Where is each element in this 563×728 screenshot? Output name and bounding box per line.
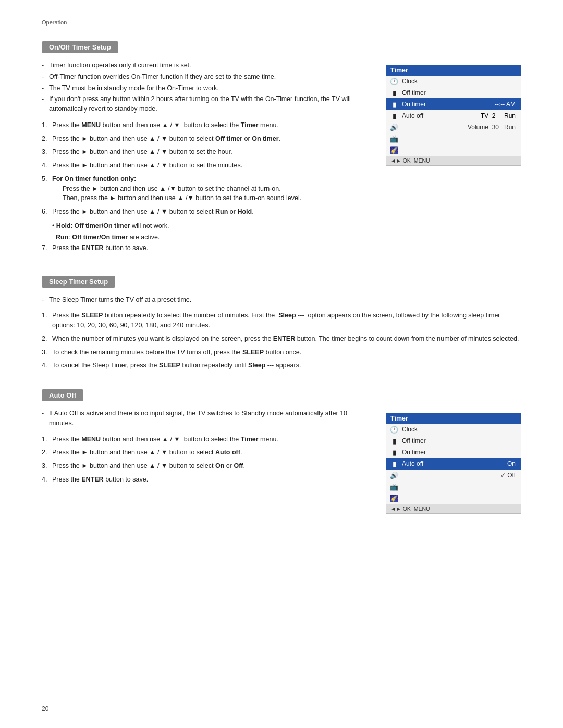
tv-icon: 📺	[389, 134, 399, 143]
auto-off-menu: Timer 🕐 Clock ▮ Off timer ▮ On timer ▮	[386, 409, 521, 514]
page: Operation On/Off Timer Setup Timer funct…	[0, 0, 563, 728]
auto-off-text: If Auto Off is active and there is no in…	[42, 409, 370, 488]
off-timer-icon: ▮	[389, 436, 399, 446]
sleep-timer-steps: 1. Press the SLEEP button repeatedly to …	[42, 311, 521, 371]
clock-icon: 🕐	[389, 425, 399, 434]
list-item: If you don't press any button within 2 h…	[42, 94, 370, 114]
menu-header: Timer	[386, 65, 521, 76]
auto-off-step-2: 2. Press the ► button and then use ▲ / ▼…	[42, 448, 370, 458]
sleep-step-1: 1. Press the SLEEP button repeatedly to …	[42, 311, 521, 330]
list-item: Off-Timer function overrides On-Timer fu…	[42, 72, 370, 82]
tv-icon: 📺	[389, 482, 399, 491]
on-timer-icon: ▮	[389, 448, 399, 457]
auto-off-menu-clock: 🕐 Clock	[386, 424, 521, 435]
bottom-divider	[42, 533, 521, 533]
clock-icon: 🕐	[389, 77, 399, 86]
auto-off-bullets: If Auto Off is active and there is no in…	[42, 409, 370, 428]
step-4: 4. Press the ► button and then use ▲ / ▼…	[42, 161, 370, 170]
breadcrumb: Operation	[42, 19, 521, 26]
auto-off-title: Auto Off	[42, 389, 83, 401]
menu-row-tv: 📺	[386, 133, 521, 144]
on-timer-icon: ▮	[389, 100, 399, 109]
auto-off-menu-picture: 🌠	[386, 492, 521, 504]
picture-icon: 🌠	[389, 493, 399, 503]
on-off-timer-steps: 1. Press the MENU button and then use ▲ …	[42, 120, 370, 253]
volume-icon: 🔊	[389, 122, 399, 132]
sleep-step-3: 3. To check the remaining minutes before…	[42, 348, 521, 357]
auto-off-menu-on-timer: ▮ On timer	[386, 447, 521, 458]
on-off-timer-bullets: Timer function operates only if current …	[42, 60, 370, 114]
auto-off-menu-auto-off: ▮ Auto off On	[386, 458, 521, 470]
auto-off-menu-box: Timer 🕐 Clock ▮ Off timer ▮ On timer ▮	[386, 413, 521, 514]
auto-off-icon: ▮	[389, 459, 399, 468]
auto-off-icon: ▮	[389, 111, 399, 120]
menu-row-picture: 🌠	[386, 144, 521, 156]
menu-row-volume: 🔊 Volume 30 Run	[386, 121, 521, 133]
sleep-step-2: 2. When the number of minutes you want i…	[42, 334, 521, 344]
menu-row-clock: 🕐 Clock	[386, 76, 521, 87]
sound-icon: 🔊	[389, 471, 399, 480]
top-divider	[42, 16, 521, 16]
on-off-timer-menu: Timer 🕐 Clock ▮ Off timer ▮ On timer --:…	[386, 60, 521, 166]
picture-icon: 🌠	[389, 145, 399, 155]
sleep-timer-section: Sleep Timer Setup The Sleep Timer turns …	[42, 276, 521, 371]
on-off-timer-title: On/Off Timer Setup	[42, 41, 118, 53]
list-item: Timer function operates only if current …	[42, 60, 370, 70]
menu-row-auto-off: ▮ Auto off TV 2 Run	[386, 110, 521, 121]
sleep-step-4: 4. To cancel the Sleep Timer, press the …	[42, 361, 521, 371]
auto-off-section: Auto Off If Auto Off is active and there…	[42, 389, 521, 514]
auto-off-menu-footer: ◄► OK MENU	[386, 504, 521, 513]
step-6: 6. Press the ► button and then use ▲ / ▼…	[42, 207, 370, 217]
step-5: 5. For On timer function only: Press the…	[42, 174, 370, 203]
auto-off-steps: 1. Press the MENU button and then use ▲ …	[42, 435, 370, 485]
menu-row-off-timer: ▮ Off timer	[386, 87, 521, 98]
on-off-timer-menu-box: Timer 🕐 Clock ▮ Off timer ▮ On timer --:…	[386, 65, 521, 166]
auto-off-step-3: 3. Press the ► button and then use ▲ / ▼…	[42, 461, 370, 471]
sleep-timer-title: Sleep Timer Setup	[42, 276, 115, 288]
menu-footer: ◄► OK MENU	[386, 156, 521, 165]
hold-run-note: • Hold: Off timer/On timer will not work…	[52, 220, 370, 242]
auto-off-menu-off-option: 🔊 ✓ Off	[386, 470, 521, 481]
auto-off-menu-tv: 📺	[386, 481, 521, 492]
step-3: 3. Press the ► button and then use ▲ / ▼…	[42, 147, 370, 157]
auto-off-content: If Auto Off is active and there is no in…	[42, 409, 521, 514]
step-2: 2. Press the ► button and then use ▲ / ▼…	[42, 134, 370, 144]
on-off-timer-section: On/Off Timer Setup Timer function operat…	[42, 41, 521, 257]
auto-off-step-1: 1. Press the MENU button and then use ▲ …	[42, 435, 370, 445]
sleep-timer-bullets: The Sleep Timer turns the TV off at a pr…	[42, 295, 521, 305]
list-item: If Auto Off is active and there is no in…	[42, 409, 370, 428]
page-number: 20	[42, 705, 48, 712]
auto-off-menu-off-timer: ▮ Off timer	[386, 435, 521, 447]
auto-off-menu-header: Timer	[386, 413, 521, 424]
auto-off-step-4: 4. Press the ENTER button to save.	[42, 475, 370, 485]
step-7: 7. Press the ENTER button to save.	[42, 243, 370, 253]
list-item: The Sleep Timer turns the TV off at a pr…	[42, 295, 521, 305]
on-off-timer-content: Timer function operates only if current …	[42, 60, 521, 257]
on-off-timer-text: Timer function operates only if current …	[42, 60, 370, 257]
step-1: 1. Press the MENU button and then use ▲ …	[42, 120, 370, 130]
menu-row-on-timer: ▮ On timer --:-- AM	[386, 98, 521, 110]
list-item: The TV must be in standby mode for the O…	[42, 83, 370, 93]
off-timer-icon: ▮	[389, 88, 399, 97]
